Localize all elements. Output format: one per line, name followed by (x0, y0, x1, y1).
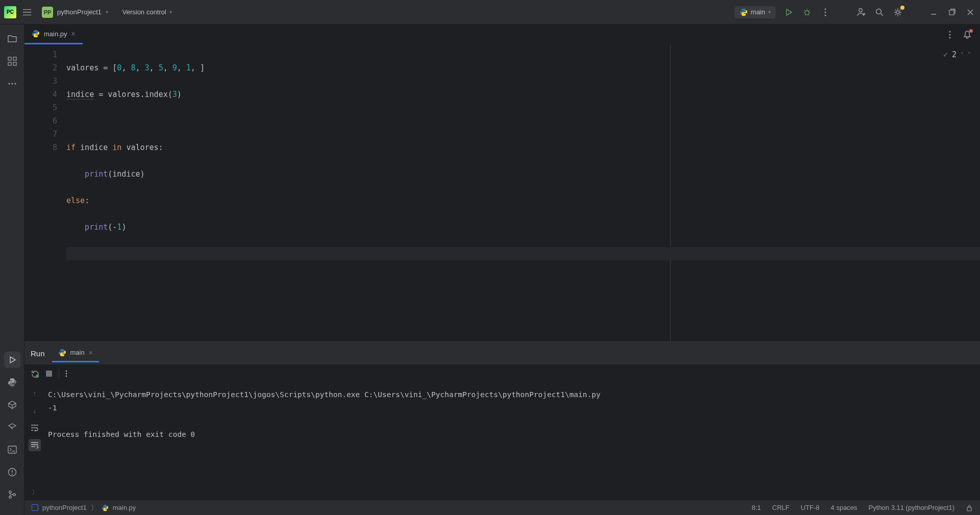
vcs-tool-button[interactable] (4, 486, 20, 503)
svg-rect-15 (8, 446, 16, 453)
breadcrumb[interactable]: pythonProject1 〉 main.py (32, 503, 136, 512)
cursor-position[interactable]: 8:1 (752, 504, 761, 511)
svg-rect-11 (13, 62, 16, 65)
svg-point-24 (36, 375, 39, 378)
settings-button[interactable] (892, 7, 903, 18)
svg-point-6 (896, 11, 899, 14)
line-number: 3 (28, 75, 57, 88)
run-config-tab[interactable]: main × (52, 345, 99, 362)
project-selector[interactable]: PP pythonProject1 ▾ (38, 5, 112, 20)
python-file-icon (32, 30, 40, 38)
svg-rect-9 (13, 57, 16, 60)
content-column: main.py × ✓ 2 ˄ ˅ 1 2 (24, 24, 980, 515)
code-with-me-button[interactable] (855, 7, 867, 18)
editor-tab-label: main.py (44, 30, 67, 38)
run-panel-tabs: Run main × (24, 342, 980, 364)
output-result-line: -1 (48, 404, 57, 412)
run-console-output[interactable]: C:\Users\vini_\PycharmProjects\pythonPro… (45, 383, 980, 485)
soft-wrap-button[interactable] (29, 422, 41, 434)
notifications-button[interactable] (962, 29, 973, 40)
stop-button[interactable] (45, 370, 53, 377)
svg-point-5 (876, 9, 881, 14)
project-name-label: pythonProject1 (57, 8, 102, 16)
project-tool-button[interactable] (4, 31, 20, 47)
chevron-down-icon: ▾ (106, 9, 108, 15)
indent-config[interactable]: 4 spaces (831, 504, 857, 511)
svg-rect-8 (8, 57, 11, 60)
version-control-button[interactable]: Version control ▾ (118, 6, 176, 18)
svg-point-13 (11, 83, 13, 85)
svg-rect-25 (46, 371, 52, 377)
svg-point-18 (9, 491, 11, 493)
breadcrumb-separator: 〉 (91, 503, 97, 512)
svg-point-20 (13, 494, 15, 496)
svg-point-17 (12, 474, 13, 475)
editor-gutter: 1 2 3 4 5 6 7 8 (24, 45, 66, 341)
editor-tab-main[interactable]: main.py × (24, 24, 83, 44)
status-bar: pythonProject1 〉 main.py 8:1 CRLF UTF-8 … (24, 500, 980, 515)
line-separator[interactable]: CRLF (772, 504, 790, 511)
run-panel-title: Run (31, 349, 45, 358)
close-window-button[interactable] (965, 7, 976, 18)
output-command-line: C:\Users\vini_\PycharmProjects\pythonPro… (48, 390, 601, 399)
run-tool-button[interactable] (4, 352, 20, 368)
run-config-label: main (751, 8, 765, 16)
line-number: 1 (28, 48, 57, 61)
more-tools-button[interactable] (4, 76, 20, 92)
editor-more-button[interactable] (944, 29, 955, 40)
run-button[interactable] (783, 7, 794, 18)
structure-tool-button[interactable] (4, 53, 20, 69)
top-toolbar: PC PP pythonProject1 ▾ Version control ▾… (0, 0, 980, 24)
svg-point-2 (825, 11, 826, 13)
svg-point-0 (805, 11, 809, 15)
scroll-to-end-button[interactable] (29, 439, 41, 451)
terminal-tool-button[interactable] (4, 442, 20, 458)
python-console-tool-button[interactable] (4, 374, 20, 390)
svg-point-28 (66, 376, 67, 377)
more-actions-button[interactable] (820, 7, 831, 18)
run-config-selector[interactable]: main ▾ (734, 6, 776, 18)
output-exit-line: Process finished with exit code 0 (48, 430, 195, 438)
main-area: main.py × ✓ 2 ˄ ˅ 1 2 (0, 24, 980, 515)
svg-point-23 (949, 37, 951, 38)
rerun-button[interactable] (31, 370, 39, 378)
close-tab-button[interactable]: × (71, 30, 76, 38)
line-number: 4 (28, 88, 57, 101)
project-badge-icon: PP (42, 7, 53, 18)
python-packages-tool-button[interactable] (4, 397, 20, 413)
svg-point-21 (949, 31, 951, 32)
maximize-window-button[interactable] (946, 7, 958, 18)
svg-point-12 (8, 83, 10, 85)
chevron-down-icon: ▾ (169, 9, 172, 15)
code-editor[interactable]: ✓ 2 ˄ ˅ 1 2 3 4 5 6 7 8 valores = [0, 8,… (24, 45, 980, 341)
down-stack-button[interactable]: ↓ (29, 404, 41, 416)
line-number: 7 (28, 128, 57, 141)
svg-point-22 (949, 34, 951, 35)
run-expand-button[interactable]: 〉 (24, 485, 980, 500)
chevron-down-icon: ▾ (768, 9, 771, 15)
run-toolbar-more-button[interactable] (65, 370, 67, 377)
services-tool-button[interactable] (4, 419, 20, 435)
close-run-tab-button[interactable]: × (89, 349, 93, 357)
svg-point-19 (9, 496, 11, 498)
main-menu-button[interactable] (22, 8, 32, 17)
breadcrumb-file: main.py (113, 504, 136, 511)
pycharm-logo-icon: PC (4, 6, 16, 18)
debug-button[interactable] (801, 7, 813, 18)
search-everywhere-button[interactable] (874, 7, 885, 18)
run-side-toolbar: ↑ ↓ (24, 383, 45, 485)
svg-rect-29 (967, 507, 971, 511)
line-number: 5 (28, 101, 57, 114)
minimize-window-button[interactable] (928, 7, 939, 18)
python-icon (740, 8, 748, 16)
file-encoding[interactable]: UTF-8 (801, 504, 820, 511)
problems-tool-button[interactable] (4, 464, 20, 480)
run-toolbar (24, 364, 980, 383)
svg-point-4 (859, 8, 862, 11)
up-stack-button[interactable]: ↑ (29, 387, 41, 399)
python-interpreter[interactable]: Python 3.11 (pythonProject1) (869, 504, 954, 511)
lock-icon[interactable] (966, 504, 973, 511)
run-tool-window: Run main × (24, 341, 980, 500)
editor-tabs-bar: main.py × (24, 24, 980, 45)
code-area[interactable]: valores = [0, 8, 3, 5, 9, 1, ] indice = … (66, 45, 980, 341)
